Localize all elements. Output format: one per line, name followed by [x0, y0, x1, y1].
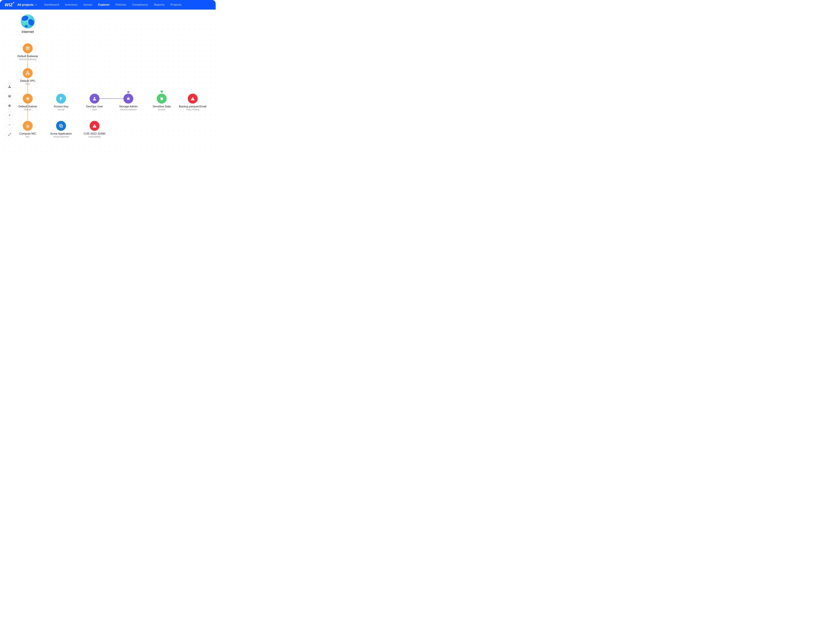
node-cve[interactable]: CVE-2022-31680 Vulnerability [78, 121, 111, 138]
zoom-in-button[interactable] [6, 112, 13, 119]
node-sublabel: Data Finding [186, 108, 199, 111]
fullscreen-button[interactable] [6, 131, 13, 138]
node-sublabel: Vulnerability [88, 136, 101, 138]
node-nic[interactable]: Compute NIC NIC [11, 121, 44, 138]
svg-point-11 [9, 85, 10, 86]
svg-point-33 [161, 97, 163, 98]
svg-point-14 [10, 87, 11, 88]
node-data-finding[interactable]: Backup.parquet:Email Data Finding [176, 94, 209, 111]
svg-rect-21 [27, 71, 28, 72]
network-icon [23, 68, 32, 78]
diamond-badge-icon [160, 90, 164, 94]
key-icon [56, 94, 66, 103]
top-nav: WIZ ✦ All projects ▼ Dashboard Inventory… [0, 0, 216, 9]
main-nav: Dashboard Inventory Issues Explorer Poli… [44, 3, 181, 6]
svg-rect-17 [26, 47, 28, 50]
nav-reports[interactable]: Reports [154, 3, 164, 6]
alert-icon [188, 94, 198, 103]
svg-rect-22 [26, 74, 27, 75]
layers-button[interactable] [6, 92, 13, 100]
brand-logo[interactable]: WIZ ✦ [5, 2, 13, 8]
svg-point-19 [27, 48, 27, 48]
nav-inventory[interactable]: Inventory [65, 3, 78, 6]
node-label: DevOps User [86, 105, 103, 108]
node-label: Sensitive Data [153, 105, 171, 108]
graph-canvas[interactable]: Internet Default Gateway Internet Gatewa… [0, 9, 216, 153]
nic-icon [23, 121, 32, 131]
app-window: WIZ ✦ All projects ▼ Dashboard Inventory… [0, 0, 216, 153]
node-gateway[interactable]: Default Gateway Internet Gateway [11, 43, 44, 60]
svg-point-27 [94, 97, 95, 99]
crown-badge-icon [127, 90, 130, 94]
node-label: Default Subnet [19, 105, 37, 108]
subnet-icon [23, 94, 32, 103]
svg-point-30 [129, 99, 129, 99]
node-label: Backup.parquet:Email [179, 105, 206, 108]
nav-projects[interactable]: Projects [170, 3, 181, 6]
nav-explorer[interactable]: Explorer [98, 3, 110, 6]
node-access-key[interactable]: Access Key Secret [45, 94, 77, 111]
user-icon [90, 94, 99, 103]
node-label: Compute NIC [19, 132, 36, 136]
node-label: Storage Admin [119, 105, 138, 108]
globe-icon [21, 14, 35, 28]
node-internet[interactable]: Internet [11, 14, 44, 34]
svg-point-16 [9, 105, 10, 106]
node-label: Access Key [54, 105, 68, 108]
sparkle-icon: ✦ [13, 1, 15, 4]
nav-issues[interactable]: Issues [83, 3, 92, 6]
nav-dashboard[interactable]: Dashboard [44, 3, 59, 6]
graph-tree-button[interactable] [6, 83, 13, 90]
node-sublabel: VPC [25, 83, 30, 85]
node-sublabel: Internet Gateway [19, 58, 37, 60]
node-label: Default Gateway [17, 55, 38, 58]
svg-point-31 [128, 97, 128, 97]
node-sublabel: Subnet [24, 108, 31, 111]
svg-rect-28 [127, 98, 130, 100]
node-vm[interactable]: Acme Application Virtual Machine [45, 121, 77, 138]
brand-text: WIZ [5, 2, 13, 8]
node-label: Default VPC [20, 79, 36, 83]
graph-toolbar [6, 83, 13, 138]
alert-icon [90, 121, 99, 131]
zoom-out-button[interactable] [6, 121, 13, 128]
node-label: CVE-2022-31680 [83, 132, 105, 136]
svg-point-29 [128, 99, 128, 99]
node-sublabel: Virtual Machine [53, 136, 69, 138]
node-sublabel: Service Account [120, 108, 137, 111]
gateway-icon [23, 43, 32, 53]
node-vpc[interactable]: Default VPC VPC [11, 68, 44, 85]
node-sublabel: NIC [26, 136, 30, 138]
svg-point-20 [28, 48, 29, 48]
svg-rect-23 [28, 74, 29, 75]
node-storage-admin[interactable]: Storage Admin Service Account [112, 94, 145, 111]
nav-compliance[interactable]: Compliance [132, 3, 148, 6]
node-sublabel: User [92, 108, 97, 111]
vm-icon [56, 121, 66, 131]
node-sublabel: Bucket [158, 108, 165, 111]
node-label: Internet [22, 30, 34, 34]
svg-rect-18 [28, 47, 29, 50]
focus-button[interactable] [6, 102, 13, 109]
node-sensitive-data[interactable]: Sensitive Data Bucket [145, 94, 178, 111]
node-sublabel: Secret [58, 108, 64, 111]
project-switcher[interactable]: All projects ▼ [17, 3, 37, 6]
svg-rect-25 [60, 124, 62, 127]
bucket-icon [157, 94, 167, 103]
svg-point-12 [8, 87, 9, 88]
chevron-down-icon: ▼ [35, 4, 37, 6]
project-switcher-label: All projects [17, 3, 34, 6]
robot-icon [124, 94, 133, 103]
node-subnet[interactable]: Default Subnet Subnet [11, 94, 44, 111]
nav-policies[interactable]: Policies [116, 3, 126, 6]
node-label: Acme Application [50, 132, 72, 136]
svg-point-13 [9, 87, 10, 88]
node-devops-user[interactable]: DevOps User User [78, 94, 111, 111]
svg-rect-26 [60, 125, 63, 127]
